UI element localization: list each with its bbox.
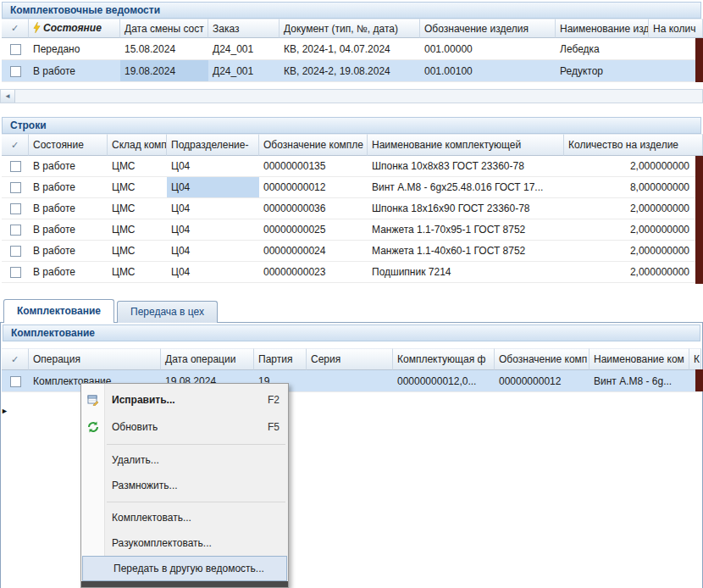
row-checkbox[interactable] — [10, 376, 21, 387]
cell-product-code[interactable]: 001.00000 — [420, 38, 556, 60]
col-department[interactable]: Подразделение- — [167, 134, 259, 156]
cell-component-code[interactable]: 00000000023 — [259, 262, 368, 283]
col-component-fact[interactable]: Комплектующая ф — [393, 348, 495, 370]
cell-document[interactable]: КВ, 2024-2, 19.08.2024 — [280, 60, 420, 82]
stroka-row[interactable]: В работе ЦМС Ц04 00000000025 Манжета 1.1… — [2, 219, 703, 241]
menu-item-duplicate[interactable]: Размножить... — [81, 473, 288, 498]
cell-product-name[interactable]: Редуктор — [556, 60, 649, 82]
cell-series[interactable] — [307, 370, 393, 392]
cell-state[interactable]: В работе — [29, 177, 108, 198]
select-all-header[interactable]: ✓ — [2, 134, 29, 156]
cell-state[interactable]: В работе — [29, 219, 108, 241]
col-component-code[interactable]: Обозначение комп — [495, 348, 590, 370]
cell-warehouse[interactable]: ЦМС — [108, 198, 167, 219]
row-checkbox[interactable] — [10, 225, 21, 236]
row-checkbox[interactable] — [10, 203, 21, 214]
cell-component-code[interactable]: 00000000135 — [259, 156, 368, 177]
cell-department-focused[interactable]: Ц04 — [167, 177, 259, 198]
cell-warehouse[interactable]: ЦМС — [108, 241, 167, 262]
col-qty-clipped[interactable]: К — [689, 348, 701, 370]
col-warehouse[interactable]: Склад комп — [108, 134, 167, 156]
cell-date[interactable]: 15.08.2024 — [120, 38, 208, 60]
cell-component-name[interactable]: Шпонка 10x8x83 ГОСТ 23360-78 — [368, 156, 564, 177]
col-series[interactable]: Серия — [307, 348, 393, 370]
menu-item-delete[interactable]: Удалить... — [81, 447, 288, 473]
cell-state[interactable]: Передано — [29, 38, 120, 60]
stroka-row[interactable]: В работе ЦМС Ц04 00000000024 Манжета 1.1… — [2, 241, 703, 262]
col-state[interactable]: Состояние — [29, 134, 108, 156]
cell-component-code[interactable]: 00000000012 — [259, 177, 368, 198]
col-qty-per-product[interactable]: Количество на изделие — [564, 134, 703, 156]
row-checkbox[interactable] — [10, 267, 21, 278]
cell-component-name[interactable]: Манжета 1.1-70x95-1 ГОСТ 8752 — [368, 219, 564, 241]
cell-warehouse[interactable]: ЦМС — [108, 262, 167, 283]
stroka-row[interactable]: В работе ЦМС Ц04 00000000135 Шпонка 10x8… — [2, 156, 703, 177]
tab-komplektovanie[interactable]: Комплектование — [3, 299, 114, 323]
cell-component-name[interactable]: Шпонка 18x16x90 ГОСТ 23360-78 — [368, 198, 564, 219]
cell-qty[interactable]: 2,000000000 — [564, 262, 703, 283]
cell-component-name[interactable]: Подшипник 7214 — [368, 262, 564, 283]
col-operation[interactable]: Операция — [29, 348, 161, 370]
cell-state[interactable]: В работе — [29, 60, 120, 82]
select-all-header[interactable]: ✓ — [2, 19, 29, 38]
cell-qty[interactable]: 2,000000000 — [564, 156, 703, 177]
cell-qty[interactable]: 2,000000000 — [564, 198, 703, 219]
row-checkbox[interactable] — [10, 246, 21, 257]
cell-document[interactable]: КВ, 2024-1, 04.07.2024 — [280, 38, 420, 60]
col-quantity-clipped[interactable]: На колич — [649, 19, 703, 38]
col-state-change-date[interactable]: Дата смены сост — [120, 19, 208, 38]
cell-state[interactable]: В работе — [29, 198, 108, 219]
row-checkbox[interactable] — [10, 182, 21, 193]
cell-component-fact[interactable]: 00000000012,0... — [393, 370, 495, 392]
cell-warehouse[interactable]: ЦМС — [108, 219, 167, 241]
menu-item-transfer-to-other-list[interactable]: Передать в другую ведомость... — [82, 556, 287, 581]
col-state[interactable]: Состояние — [29, 19, 120, 38]
cell-qty[interactable]: 2,000000000 — [564, 219, 703, 241]
cell-product-name[interactable]: Лебедка — [556, 38, 649, 60]
cell-qty[interactable]: 8,000000000 — [564, 177, 703, 198]
cell-state[interactable]: В работе — [29, 156, 108, 177]
stroka-row[interactable]: В работе ЦМС Ц04 00000000036 Шпонка 18x1… — [2, 198, 703, 219]
cell-product-code[interactable]: 001.00100 — [420, 60, 556, 82]
cell-department[interactable]: Ц04 — [167, 219, 259, 241]
cell-component-code[interactable]: 00000000025 — [259, 219, 368, 241]
cell-state[interactable]: В работе — [29, 241, 108, 262]
cell-department[interactable]: Ц04 — [167, 241, 259, 262]
cell-warehouse[interactable]: ЦМС — [108, 156, 167, 177]
menu-item-refresh[interactable]: Обновить F5 — [81, 413, 288, 441]
stroka-row[interactable]: В работе ЦМС Ц04 00000000023 Подшипник 7… — [2, 262, 703, 283]
stroka-row-current[interactable]: В работе ЦМС Ц04 00000000012 Винт А.М8 -… — [2, 177, 703, 198]
col-component-name[interactable]: Наименование комплектующей — [368, 134, 564, 156]
row-checkbox[interactable] — [10, 161, 21, 172]
tab-peredacha-v-tseh[interactable]: Передача в цех — [117, 301, 218, 323]
col-product-code[interactable]: Обозначение изделия — [420, 19, 556, 38]
cell-component-code[interactable]: 00000000024 — [259, 241, 368, 262]
horizontal-scrollbar[interactable]: ◄ — [0, 89, 703, 103]
cell-state[interactable]: В работе — [29, 262, 108, 283]
row-checkbox[interactable] — [10, 44, 21, 55]
menu-item-komplektovat[interactable]: Комплектовать... — [81, 505, 288, 530]
cell-order[interactable]: Д24_001 — [208, 38, 280, 60]
row-checkbox[interactable] — [10, 66, 21, 77]
col-component-code[interactable]: Обозначение компле — [259, 134, 368, 156]
cell-component-name[interactable]: Винт А.М8 - 6gx25.48.016 ГОСТ 17... — [368, 177, 564, 198]
cell-warehouse[interactable]: ЦМС — [108, 177, 167, 198]
scroll-left-button[interactable]: ◄ — [1, 90, 15, 103]
menu-item-edit[interactable]: Исправить... F2 — [81, 386, 288, 413]
cell-order[interactable]: Д24_001 — [208, 60, 280, 82]
vedomost-row-selected[interactable]: В работе 19.08.2024 Д24_001 КВ, 2024-2, … — [2, 60, 703, 82]
cell-department[interactable]: Ц04 — [167, 198, 259, 219]
cell-component-name[interactable]: Винт А.М8 - 6g... — [590, 370, 689, 392]
col-order[interactable]: Заказ — [208, 19, 280, 38]
cell-component-code[interactable]: 00000000036 — [259, 198, 368, 219]
col-batch[interactable]: Партия — [254, 348, 307, 370]
col-product-name[interactable]: Наименование изд — [556, 19, 649, 38]
cell-qty[interactable]: 2,000000000 — [564, 241, 703, 262]
col-document[interactable]: Документ (тип, №, дата) — [280, 19, 420, 38]
cell-department[interactable]: Ц04 — [167, 262, 259, 283]
col-component-name[interactable]: Наименование ком — [590, 348, 689, 370]
menu-item-razukomplektovat[interactable]: Разукомплектовать... — [81, 530, 288, 556]
vedomost-row[interactable]: Передано 15.08.2024 Д24_001 КВ, 2024-1, … — [2, 38, 703, 60]
cell-component-code[interactable]: 00000000012 — [495, 370, 590, 392]
cell-department[interactable]: Ц04 — [167, 156, 259, 177]
